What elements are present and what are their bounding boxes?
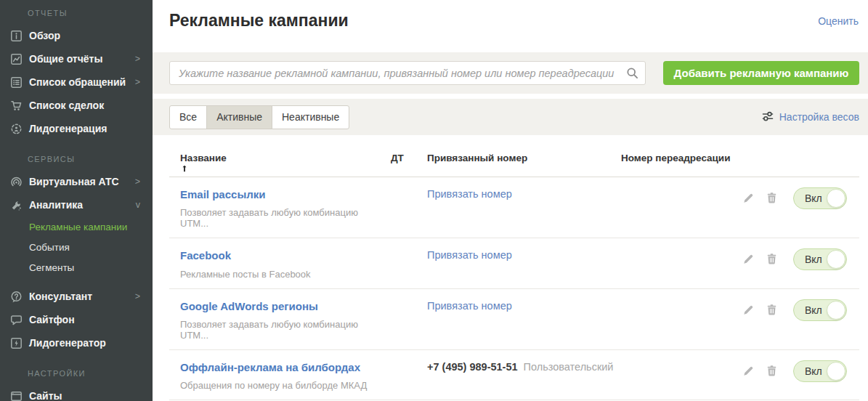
sidebar-item-label: Лидогенератор [29,337,106,349]
bind-number-link[interactable]: Привязать номер [427,300,512,312]
dt-cell [387,248,427,279]
toggle-knob [827,250,845,269]
edit-pencil-icon[interactable] [742,304,755,316]
sidebar-item-label: Аналитика [29,199,83,211]
toggle-knob [827,189,845,208]
sidebar-section-label: НАСТРОЙКИ [0,355,153,384]
delete-trash-icon[interactable] [766,192,778,204]
toggle-knob [827,301,845,320]
actions-cell [742,248,793,279]
sidebar-spacer [0,278,153,285]
column-header-name: Название [169,153,387,177]
chevron-right-icon: > [135,177,140,187]
analytics-wand-icon [9,198,23,211]
search-icon[interactable] [626,67,638,79]
sidebar-section-label: СЕРВИСЫ [0,140,153,170]
list-square-icon [9,76,23,89]
redirect-number-cell [621,299,742,341]
sidebar-item-label: Обзор [29,30,60,41]
toggle-label: Вкл [805,365,822,377]
bound-number-cell: Привязать номер [427,299,621,341]
toggle-label: Вкл [805,193,822,204]
edit-pencil-icon[interactable] [742,253,755,265]
sidebar-item[interactable]: Сайты [0,384,153,401]
sidebar-item-label: Сайты [29,390,62,401]
campaign-name-link[interactable]: Email рассылки [180,187,265,202]
chevron-right-icon: > [135,77,140,87]
delete-trash-icon[interactable] [766,304,778,316]
filter-tab[interactable]: Все [169,105,207,129]
sidebar-item-label: Общие отчёты [29,53,102,65]
campaign-name-cell: Оффлайн-реклама на билбордахОбращения по… [169,360,387,391]
campaign-description: Позволяет задавать любую комбинацию UTM.… [180,319,378,341]
cart-icon [9,99,23,112]
sidebar-subitem[interactable]: Сегменты [0,257,153,278]
bolt-square-icon [9,336,23,349]
bound-number-cell: Привязать номер [427,187,621,229]
sidebar-subitem[interactable]: События [0,237,153,257]
sidebar-item[interactable]: Консультант> [0,285,153,308]
edit-pencil-icon[interactable] [742,192,755,204]
redirect-number-cell [621,360,742,391]
page-header: Рекламные кампании Оценить [153,0,868,52]
redirect-number-cell [621,248,742,279]
toggle-cell: Вкл [793,360,859,391]
main-content: Рекламные кампании Оценить Добавить рекл… [153,0,868,401]
dt-cell [387,299,427,341]
weights-settings-label: Настройка весов [779,111,859,123]
bind-number-link[interactable]: Привязать номер [427,188,512,200]
delete-trash-icon[interactable] [766,365,778,377]
delete-trash-icon[interactable] [766,253,778,265]
campaign-name-link[interactable]: Оффлайн-реклама на билбордах [180,360,360,375]
sort-ascending-icon[interactable] [180,164,189,173]
sidebar-item[interactable]: Сайтфон [0,308,153,331]
toggle-cell: Вкл [793,299,859,341]
sidebar-item[interactable]: Виртуальная АТС> [0,170,153,193]
campaign-name-link[interactable]: Facebook [180,248,231,263]
sidebar-item-label: Список сделок [29,100,104,111]
weights-settings-link[interactable]: Настройка весов [762,110,859,124]
filter-tab[interactable]: Активные [206,105,272,129]
app-window: ОТЧЕТЫОбзорОбщие отчёты>Список обращений… [0,0,868,401]
sidebar-item-label: Лидогенерация [29,123,107,134]
chart-square-icon [9,52,23,65]
campaign-name-cell: FacebookРекламные посты в Facebook [169,248,387,279]
actions-cell [742,299,793,341]
sidebar-item-label: Виртуальная АТС [29,176,119,187]
sidebar-item[interactable]: Лидогенератор [0,331,153,355]
column-header-actions [742,153,793,177]
enabled-toggle[interactable]: Вкл [793,187,847,209]
target-icon [9,122,23,135]
bind-number-link[interactable]: Привязать номер [427,249,512,261]
sidebar-item[interactable]: Список обращений> [0,70,153,94]
edit-pencil-icon[interactable] [742,365,755,377]
actions-cell [742,360,793,391]
sidebar-item-label: Консультант [29,291,92,302]
add-campaign-button[interactable]: Добавить рекламную кампанию [663,61,859,85]
sidebar-item[interactable]: Лидогенерация [0,117,153,140]
campaigns-table: Название ДТ Привязанный номер Номер пере… [153,135,868,401]
sidebar-item-label: Список обращений [29,76,126,88]
rate-link[interactable]: Оценить [818,15,859,27]
sidebar-item[interactable]: Обзор [0,24,153,47]
sidebar-subitem[interactable]: Рекламные кампании [0,216,153,237]
enabled-toggle[interactable]: Вкл [793,248,847,270]
enabled-toggle[interactable]: Вкл [793,360,847,382]
redirect-number-cell [621,187,742,229]
campaign-description: Позволяет задавать любую комбинацию UTM.… [180,207,378,229]
search-input[interactable] [169,61,646,85]
toggle-label: Вкл [805,254,822,265]
toggle-cell: Вкл [793,248,859,279]
sidebar-item[interactable]: Общие отчёты> [0,47,153,70]
sidebar-item-label: Сайтфон [29,314,75,325]
campaign-description: Рекламные посты в Facebook [180,269,378,280]
sidebar-item[interactable]: Аналитикаv [0,193,153,216]
campaign-name-link[interactable]: Google AdWords регионы [180,299,318,314]
column-header-toggle [793,153,859,177]
column-header-dt: ДТ [387,153,427,177]
sidebar-item[interactable]: Список сделок [0,94,153,117]
bound-number-cell: +7 (495) 989-51-51Пользовательский [427,360,621,391]
table-row: Оффлайн-реклама на билбордахОбращения по… [169,350,859,400]
filter-tab[interactable]: Неактивные [272,105,349,129]
enabled-toggle[interactable]: Вкл [793,299,847,321]
